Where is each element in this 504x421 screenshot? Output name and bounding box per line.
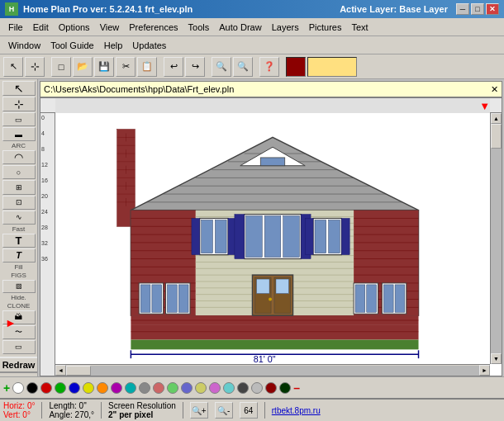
scrollbar-right[interactable]: ▲ ▼ [490,113,502,364]
tool-select-arrow[interactable]: ↖ [2,81,36,96]
svg-rect-109 [131,340,418,350]
svg-rect-105 [383,285,393,312]
color-orange[interactable] [97,382,108,394]
color-remove-button[interactable]: – [293,381,300,395]
close-button[interactable]: ✕ [486,3,499,15]
color-darkgreen[interactable] [279,382,291,394]
scroll-right-track[interactable] [491,124,502,353]
scroll-up-button[interactable]: ▲ [491,113,502,124]
left-toolbar: ↖ ⊹ ▭ ▬ ARC ◠ ○ ⊞ ⊡ ∿ Fast T T Fill FIGS… [0,79,38,376]
menu-help[interactable]: Help [99,39,128,52]
tool-rect-fill[interactable]: ▬ [2,127,36,141]
screen-res-label: Screen Resolution [108,401,176,410]
scroll-right-button[interactable]: ► [479,365,490,376]
tool-fast-label: Fast [2,225,36,233]
menu-updates[interactable]: Updates [127,39,171,52]
maximize-button[interactable]: □ [471,3,484,15]
minimize-button[interactable]: ─ [456,3,469,15]
toolbar-help[interactable]: ❓ [259,57,279,77]
menu-preferences[interactable]: Preferences [124,21,183,34]
tool-circle[interactable]: ○ [2,165,36,179]
menu-layers[interactable]: Layers [267,21,304,34]
menu-text[interactable]: Text [346,21,373,34]
redraw-button[interactable]: Redraw [0,357,38,373]
color-magenta[interactable] [111,382,122,394]
tool-crosshair[interactable]: ⊹ [2,97,36,111]
toolbar-save[interactable]: 💾 [94,57,114,77]
color-lightgray[interactable] [251,382,263,394]
canvas-container[interactable]: 0 4' 8' 12' 16' 20' 24' 28' 32' 36' 40' … [40,97,502,376]
color-lightred[interactable] [153,382,164,394]
scroll-bottom-track[interactable] [66,366,479,376]
scroll-right-thumb[interactable] [491,124,502,149]
scroll-left-button[interactable]: ◄ [55,365,66,376]
zoom-out-button[interactable]: 🔍- [215,402,233,419]
menu-options[interactable]: Options [54,21,95,34]
vert-label: Vert: 0° [3,410,35,419]
color-lightyellow[interactable] [195,382,207,394]
toolbar-color-box[interactable] [286,57,306,77]
toolbar-redo[interactable]: ↪ [185,57,205,77]
toolbar-crosshair[interactable]: ⊹ [25,57,45,77]
color-black[interactable] [26,382,38,394]
color-green[interactable] [55,382,66,394]
scroll-bottom-thumb[interactable] [66,366,91,376]
svg-rect-93 [168,285,178,312]
color-lightgreen[interactable] [167,382,178,394]
color-lightcyan[interactable] [223,382,235,394]
toolbar-select[interactable]: ↖ [3,57,23,77]
toolbar-new[interactable]: □ [51,57,71,77]
toolbar-cut[interactable]: ✂ [116,57,136,77]
zoom-level[interactable]: 64 [240,402,258,419]
color-darkred[interactable] [265,382,277,394]
tool-curve[interactable]: ∿ [2,210,36,225]
tool-text[interactable]: T [2,234,36,248]
title-bar: H Home Plan Pro ver: 5.2.24.1 frt_elev.p… [0,0,504,18]
color-cyan[interactable] [125,382,136,394]
toolbar-undo[interactable]: ↩ [164,57,183,77]
menu-tools[interactable]: Tools [183,21,215,34]
zoom-in-button[interactable]: 🔍+ [190,402,208,419]
tool-grid1[interactable]: ⊞ [2,180,36,194]
toolbar: ↖ ⊹ □ 📂 💾 ✂ 📋 ↩ ↪ 🔍 🔍 ❓ [0,54,504,79]
svg-rect-86 [341,218,349,254]
color-yellow[interactable] [83,382,94,394]
color-darkgray[interactable] [237,382,249,394]
menu-edit[interactable]: Edit [28,21,54,34]
color-red[interactable] [40,382,52,394]
per-pixel-label: 2" per pixel [108,410,176,419]
menu-autodraw[interactable]: Auto Draw [214,21,266,34]
toolbar-color-box2[interactable] [307,57,357,77]
toolbar-open[interactable]: 📂 [73,57,93,77]
drawing-close-btn[interactable]: ✕ [491,84,498,95]
tool-rect3[interactable]: ▭ [2,340,36,354]
svg-rect-98 [256,279,269,294]
svg-text:81' 0": 81' 0" [254,354,276,364]
color-add-button[interactable]: + [3,381,10,395]
color-lightmagenta[interactable] [209,382,221,394]
toolbar-copy[interactable]: 📋 [137,57,157,77]
color-lightblue[interactable] [181,382,193,394]
menu-window[interactable]: Window [3,39,45,52]
toolbar-zoom-out[interactable]: 🔍 [233,57,253,77]
tool-fill[interactable]: ▨ [2,280,36,293]
house-drawing: 81' 0" [55,113,490,364]
color-white[interactable] [12,382,24,394]
tool-text-bold[interactable]: T [2,248,36,263]
tool-rect-outline[interactable]: ▭ [2,112,36,126]
app-icon: H [5,2,18,16]
menu-toolguide[interactable]: Tool Guide [45,39,99,52]
tool-grid2[interactable]: ⊡ [2,196,36,210]
menu-pictures[interactable]: Pictures [304,21,347,34]
site-link[interactable]: rtbekt.8pm.ru [272,406,321,415]
svg-rect-78 [264,216,281,258]
scrollbar-bottom[interactable]: ◄ ► [55,364,490,376]
angle-label: Angle: 270,° [49,410,94,419]
menu-view[interactable]: View [95,21,125,34]
menu-file[interactable]: File [3,21,28,34]
scroll-down-button[interactable]: ▼ [491,353,502,364]
tool-arc[interactable]: ◠ [2,150,36,164]
color-gray[interactable] [139,382,150,394]
color-blue[interactable] [69,382,80,394]
toolbar-zoom-in[interactable]: 🔍 [212,57,231,77]
